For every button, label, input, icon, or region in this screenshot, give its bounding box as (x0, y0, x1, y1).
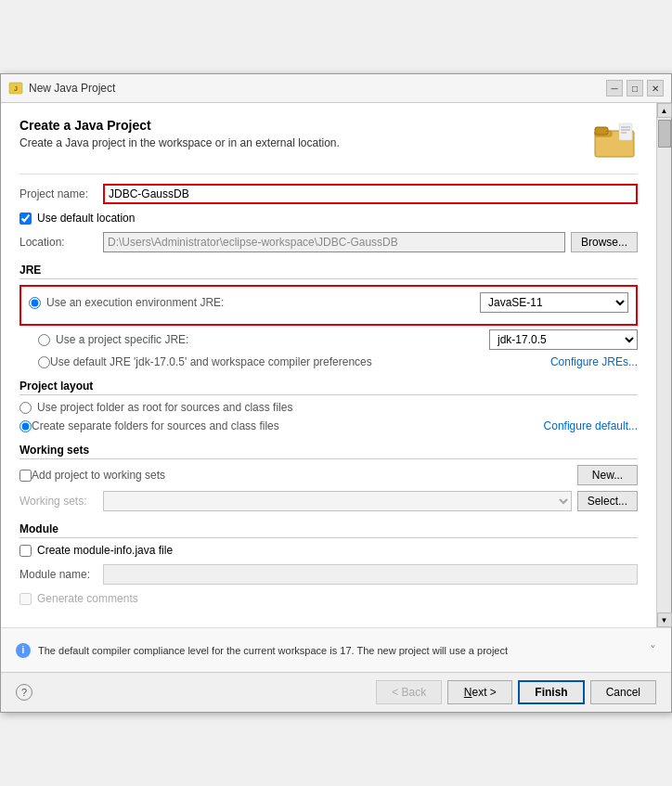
project-layout-header: Project layout (19, 380, 638, 395)
maximize-button[interactable]: □ (627, 80, 643, 97)
svg-rect-5 (619, 123, 632, 140)
info-chevron-icon[interactable]: ˅ (650, 643, 656, 658)
add-working-sets-checkbox[interactable] (19, 470, 32, 482)
location-label: Location: (19, 236, 103, 249)
layout-option1-label: Use project folder as root for sources a… (37, 401, 638, 414)
generate-comments-row: Generate comments (19, 592, 638, 605)
browse-button[interactable]: Browse... (571, 232, 638, 252)
jre-option1-radio[interactable] (29, 297, 41, 309)
title-bar-left: J New Java Project (8, 81, 115, 96)
module-name-label: Module name: (19, 568, 103, 581)
next-label: Next > (464, 686, 497, 699)
select-button[interactable]: Select... (577, 491, 638, 511)
main-window: J New Java Project ─ □ ✕ Create a Java P… (0, 73, 672, 713)
title-bar: J New Java Project ─ □ ✕ (1, 74, 671, 103)
project-name-row: Project name: (19, 184, 638, 204)
module-name-row: Module name: (19, 564, 638, 585)
layout-option2-radio[interactable] (19, 420, 32, 432)
info-icon: i (16, 643, 31, 658)
scroll-thumb (658, 120, 671, 148)
module-header: Module (19, 522, 638, 538)
finish-button[interactable]: Finish (518, 680, 584, 704)
svg-text:J: J (14, 85, 18, 92)
layout-option2-label: Create separate folders for sources and … (32, 419, 544, 432)
close-button[interactable]: ✕ (647, 80, 664, 97)
create-module-checkbox[interactable] (19, 545, 32, 557)
info-text: The default compiler compliance level fo… (38, 645, 642, 656)
back-button: < Back (376, 680, 442, 704)
new-button[interactable]: New... (577, 465, 638, 485)
header-divider (19, 174, 638, 174)
module-name-input (103, 564, 638, 585)
use-default-location-checkbox[interactable] (19, 213, 32, 225)
generate-comments-checkbox (19, 593, 32, 605)
help-button[interactable]: ? (16, 684, 32, 701)
main-panel: Create a Java Project Create a Java proj… (1, 103, 656, 627)
create-module-row: Create module-info.java file (19, 544, 638, 557)
working-sets-header: Working sets (19, 444, 638, 459)
page-subtitle: Create a Java project in the workspace o… (19, 136, 593, 149)
jre-option2-label: Use a project specific JRE: (56, 333, 489, 346)
add-working-sets-label: Add project to working sets (32, 469, 577, 482)
header-text: Create a Java Project Create a Java proj… (19, 118, 593, 161)
page-title: Create a Java Project (19, 118, 593, 133)
svg-rect-4 (595, 127, 608, 135)
content-area: Create a Java Project Create a Java proj… (1, 103, 671, 627)
jre-option3-row: Use default JRE 'jdk-17.0.5' and workspa… (38, 355, 638, 368)
jre-option2-select[interactable]: jdk-17.0.5 jdk-11 (489, 329, 638, 350)
scroll-down-arrow[interactable]: ▼ (657, 612, 672, 627)
location-row: Location: Browse... (19, 232, 638, 252)
project-name-input[interactable] (103, 184, 638, 204)
jre-option1-box: Use an execution environment JRE: JavaSE… (19, 285, 638, 326)
use-default-location-row: Use default location (19, 212, 638, 225)
generate-comments-label: Generate comments (37, 592, 138, 605)
configure-jres-link[interactable]: Configure JREs... (550, 355, 638, 368)
jre-option1-select[interactable]: JavaSE-11 JavaSE-17 JavaSE-8 (480, 292, 628, 313)
minimize-button[interactable]: ─ (606, 80, 623, 97)
info-bar: i The default compiler compliance level … (1, 627, 671, 672)
jre-option1-row: Use an execution environment JRE: JavaSE… (29, 292, 628, 313)
jre-option3-label: Use default JRE 'jdk-17.0.5' and workspa… (50, 355, 550, 368)
wizard-icon (593, 118, 638, 162)
project-name-label: Project name: (19, 187, 103, 200)
jre-section-header: JRE (19, 264, 638, 279)
jre-option2-radio[interactable] (38, 334, 50, 346)
location-input (103, 232, 565, 252)
title-controls: ─ □ ✕ (606, 80, 664, 97)
scrollbar: ▲ ▼ (656, 103, 671, 627)
bottom-bar: ? < Back Next > Finish Cancel (1, 672, 671, 712)
scroll-up-arrow[interactable]: ▲ (657, 103, 672, 118)
jre-option1-label: Use an execution environment JRE: (46, 296, 480, 309)
java-project-icon: J (8, 81, 23, 96)
working-sets-select-row: Working sets: Select... (19, 491, 638, 511)
working-sets-select (103, 491, 572, 511)
layout-option1-row: Use project folder as root for sources a… (19, 401, 638, 414)
cancel-button[interactable]: Cancel (590, 680, 656, 704)
jre-option2-row: Use a project specific JRE: jdk-17.0.5 j… (38, 329, 638, 350)
configure-default-link[interactable]: Configure default... (544, 419, 638, 432)
header-row: Create a Java Project Create a Java proj… (19, 118, 638, 162)
window-title: New Java Project (29, 82, 115, 95)
working-sets-label: Working sets: (19, 495, 103, 508)
layout-option1-radio[interactable] (19, 402, 32, 414)
layout-option2-row: Create separate folders for sources and … (19, 419, 638, 432)
scroll-track[interactable] (657, 118, 671, 612)
jre-option3-radio[interactable] (38, 356, 50, 368)
use-default-location-label: Use default location (37, 212, 135, 225)
create-module-label: Create module-info.java file (37, 544, 173, 557)
add-working-sets-row: Add project to working sets New... (19, 465, 638, 485)
next-button[interactable]: Next > (447, 680, 512, 704)
